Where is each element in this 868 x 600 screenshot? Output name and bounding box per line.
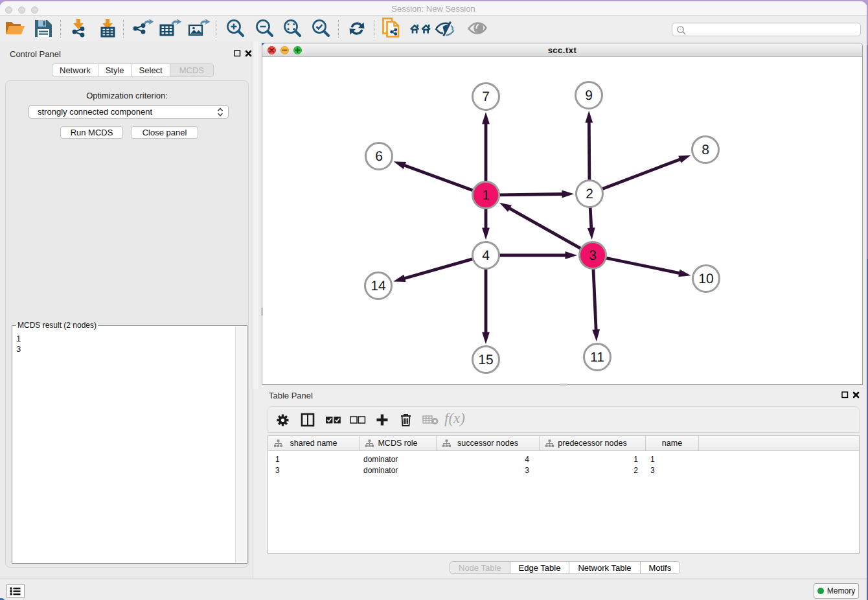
svg-text:14: 14 (371, 279, 386, 294)
svg-text:10: 10 (698, 271, 713, 286)
svg-text:4: 4 (482, 248, 490, 263)
svg-text:2: 2 (586, 187, 593, 202)
svg-text:7: 7 (482, 89, 490, 104)
svg-text:8: 8 (702, 143, 709, 157)
svg-text:11: 11 (590, 350, 604, 365)
svg-text:3: 3 (589, 248, 597, 263)
svg-text:1: 1 (482, 188, 490, 203)
svg-text:15: 15 (478, 352, 493, 367)
svg-text:6: 6 (375, 149, 383, 164)
svg-text:9: 9 (585, 88, 593, 103)
